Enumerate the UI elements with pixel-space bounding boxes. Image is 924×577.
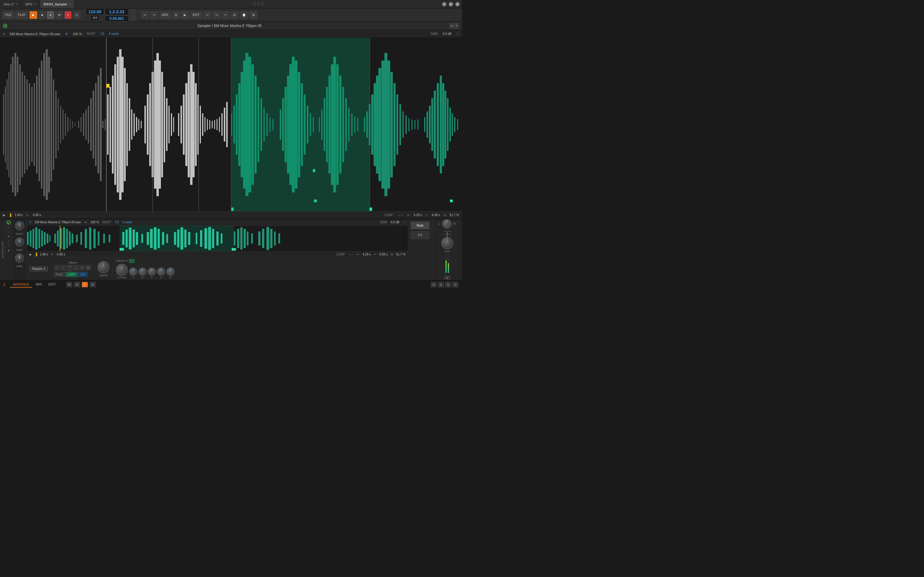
select-knob[interactable] [15,221,24,230]
close-button[interactable]: × [456,2,460,6]
out-knob[interactable] [441,237,453,249]
mini-resize-icon[interactable]: ⊡ [403,221,405,224]
tab-mpe-close[interactable]: × [34,2,36,6]
mixer-view-button[interactable]: ⊟ [172,11,180,19]
glide-knob[interactable] [15,253,24,263]
piano-view-btn[interactable]: ⊟ [90,282,96,287]
time-display[interactable]: 0:00.863 [105,16,129,22]
mini-gain-val[interactable]: 0.0 dB [391,221,399,224]
play-mode-btn[interactable]: PLAY [54,272,65,277]
maximize-button[interactable]: □ [449,2,453,6]
play2-button[interactable]: ▶ [181,11,189,19]
status-btn-3[interactable]: ⊟ [445,282,451,287]
power-icon-small[interactable]: ⏻ [6,220,11,224]
loop-mode-btn[interactable]: LOOP [66,272,77,277]
sync-button[interactable]: ↕ [129,15,136,21]
offset-step-btn[interactable]: ⊏ [86,265,91,271]
r-knob[interactable] [166,268,175,276]
offset-left-btn[interactable]: ← [54,265,60,271]
a-knob[interactable] [129,268,137,276]
note-button[interactable]: Note [410,221,430,229]
offset-up-btn[interactable]: ↑ [60,265,66,271]
mini-root-val[interactable]: C3 [115,221,119,224]
loop-toggle-button[interactable]: ⇄ [55,11,63,19]
click-button[interactable]: ⊡ [73,11,81,19]
gain-value[interactable]: 0.0 dB [443,32,451,35]
mini-play-icon[interactable]: ▶ [29,253,32,256]
paste-button[interactable]: 📋 [239,11,249,19]
file-button[interactable]: FILE [2,11,14,19]
main-waveform-area[interactable] [0,38,462,211]
playback-marker[interactable] [106,38,107,211]
overdub-button[interactable]: + [65,11,71,19]
add-button[interactable]: ADD [159,11,171,19]
edit-button[interactable]: EDIT [190,11,202,19]
h-knob[interactable] [138,268,147,276]
resize-icon[interactable]: ⊡ [456,32,459,36]
play-button[interactable]: ▶ [29,11,37,19]
link-view-btn[interactable]: ⊟ [74,282,80,287]
cut-button[interactable]: ✂ [222,11,229,19]
graph-view-btn[interactable]: ⊞ [66,282,72,287]
undo2-button[interactable]: ↩ [204,11,212,19]
mini-tune-val[interactable]: 0 cents [123,221,132,224]
loop-marker-end[interactable] [450,200,453,202]
question-knob[interactable] [443,231,452,232]
position-display[interactable]: 1.2.3.33 [105,8,129,15]
status-btn-2[interactable]: ⊟ [438,282,444,287]
freq-knob[interactable] [116,264,128,276]
ahdsr-active-btn[interactable]: → [129,259,134,263]
loop-region[interactable] [231,38,370,211]
tab-new2-close[interactable]: × [16,2,18,6]
root-value[interactable]: C3 [100,32,104,35]
tab-bws4-close[interactable]: × [69,2,71,6]
play-icon[interactable]: ▶ [3,213,5,217]
fx-button[interactable]: FX [410,231,430,239]
undo-button[interactable]: ↩ [141,11,149,19]
mix-tab[interactable]: MIX [33,282,45,288]
svg-rect-89 [219,117,220,132]
metronome-button[interactable]: ♩ [129,9,136,15]
tab-bws4[interactable]: BWS4_Sampler × [40,0,74,8]
tune-value[interactable]: 0 cents [109,32,118,35]
speed-knob[interactable] [97,261,110,273]
sampler-detach-button[interactable]: ⎋ [449,23,454,29]
len-mode-btn[interactable]: LEN [78,272,87,277]
edit-tab[interactable]: EDIT [45,282,59,288]
offset-down-btn[interactable]: ↓ [73,265,79,271]
device-view-btn[interactable]: □ [82,282,88,287]
stop-button[interactable]: ■ [39,11,46,19]
arrange-tab[interactable]: ARRANGE [10,282,32,288]
plus-icon-2[interactable]: + [8,248,10,253]
copy-button[interactable]: ⧉ [231,11,238,19]
d-knob[interactable] [148,268,156,276]
bpm-display[interactable]: 110.00 [86,8,104,15]
mini-waveform-container[interactable] [27,226,408,251]
svg-rect-187 [63,227,65,250]
speaker-knob[interactable] [443,234,452,235]
play-stop-button[interactable]: PLAY [15,11,28,19]
add-device-button[interactable]: + [444,276,450,280]
minimize-button[interactable]: − [442,2,446,6]
pitch-knob[interactable] [15,237,24,247]
repitch-dropdown[interactable]: Repitch ▾ [29,266,48,271]
record-button[interactable]: ● [47,11,54,19]
offset-curve-btn[interactable]: ⌒ [67,265,72,271]
status-btn-1[interactable]: ⊟ [431,282,437,287]
sampler-power-icon[interactable]: ⏻ [3,24,7,28]
redo-button[interactable]: ↪ [150,11,158,19]
time-sig-display[interactable]: 4/4 [90,15,99,21]
tab-new2[interactable]: New 2* × [0,0,22,8]
svg-rect-73 [181,106,182,143]
pan-knob[interactable] [442,219,452,229]
offset-wave-btn[interactable]: ∿ [79,265,85,271]
plus-icon[interactable]: + [8,234,10,239]
svg-rect-50 [121,57,124,193]
s-knob[interactable] [157,268,165,276]
paste2-button[interactable]: ⊞ [250,11,257,19]
loop-end-line [370,38,370,211]
redo2-button[interactable]: ↪ [213,11,220,19]
tab-mpe[interactable]: MPE × [22,0,40,8]
sampler-close-button[interactable]: × [454,23,459,29]
status-btn-4[interactable]: ⊟ [452,282,459,287]
